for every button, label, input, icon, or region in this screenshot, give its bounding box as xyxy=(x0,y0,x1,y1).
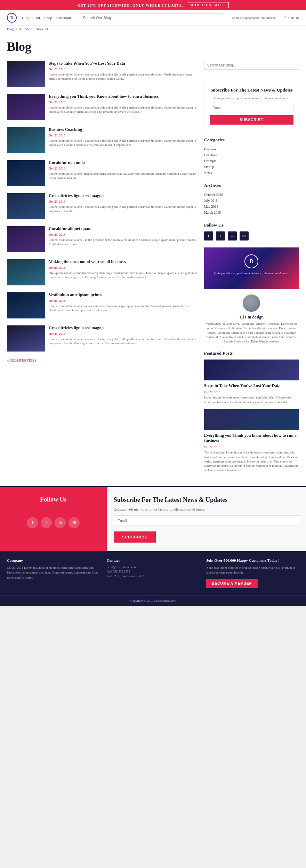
post-content: Business Coaching Oct 23, 2018 Lorem ips… xyxy=(49,127,197,147)
linkedin-icon[interactable]: in xyxy=(291,16,294,20)
post-item: Curabitur aliquet quam Oct 23, 2018 Lore… xyxy=(7,226,197,252)
footer-follow-us: Follow Us f t in ✉ xyxy=(0,487,107,551)
post-content: Vestibulum ante ipsum primis Oct 23, 201… xyxy=(49,292,197,313)
footer-contact-phone[interactable]: Add 555.555.5555 xyxy=(107,570,200,573)
facebook-icon[interactable]: f xyxy=(204,231,213,240)
nav-logo[interactable]: D xyxy=(7,13,17,23)
footer-contact-email[interactable]: hello@divi-builder.com xyxy=(107,565,200,569)
footer-subscribe-button[interactable]: SUBSCRIBE xyxy=(114,531,156,543)
featured-post-date: Oct 23, 2018 xyxy=(204,445,299,449)
footer-subscribe-heading: Subscribe For The Latest News & Updates xyxy=(114,496,299,504)
post-thumbnail xyxy=(7,61,45,87)
post-item: Vestibulum ante ipsum primis Oct 23, 201… xyxy=(7,292,197,318)
post-content: Curabitur non nulla Oct 23, 2018 Lorem i… xyxy=(49,160,197,180)
shop-link[interactable]: SHOP THIS SALE › xyxy=(187,2,229,8)
categories-title: Categories xyxy=(204,137,299,143)
featured-posts-widget: Featured Posts Steps to Take When You've… xyxy=(204,350,299,472)
nav-contact: Contact: support@divi-builder.com xyxy=(232,16,276,19)
post-title[interactable]: Cras ultricies ligula sed magna xyxy=(49,325,197,331)
featured-post-title[interactable]: Steps to Take When You've Lost Your Data xyxy=(204,383,299,389)
post-title[interactable]: Cras ultricies ligula sed magna xyxy=(49,193,197,199)
category-coaching[interactable]: Coaching xyxy=(204,152,299,158)
divi-promo-text: Quisque velt nisi, pretium ut lacinia in… xyxy=(209,271,294,276)
archives-widget: Archives October 2018 July 2018 May 2018… xyxy=(204,183,299,215)
nav-social-icons: f t in ✉ xyxy=(284,16,299,20)
featured-post-item: Steps to Take When You've Lost Your Data… xyxy=(204,360,299,404)
email-input[interactable] xyxy=(210,104,293,112)
post-title[interactable]: Curabitur non nulla xyxy=(49,160,197,166)
post-excerpt: http://proin.sedunos.com/utrices/diam/pe… xyxy=(49,271,197,279)
divi-promo-widget: D Quisque velt nisi, pretium ut lacinia … xyxy=(204,247,299,289)
breadcrumb: Blog Cart Shop Checkout xyxy=(0,26,306,32)
become-member-button[interactable]: BECOME A MEMBER xyxy=(206,579,257,588)
nav-checkout[interactable]: Checkout xyxy=(56,16,71,20)
subscribe-button[interactable]: SUBSCRIBE xyxy=(210,115,293,125)
featured-post-title[interactable]: Everything you Think you know about how … xyxy=(204,433,299,444)
footer-email-icon[interactable]: ✉ xyxy=(69,517,80,528)
linkedin-icon[interactable]: in xyxy=(228,231,237,240)
footer-join-title: Join Over 500,000 Happy Customers Today! xyxy=(206,558,299,562)
post-title[interactable]: Steps to Take When You've Lost Your Data xyxy=(49,61,197,66)
nav-shop[interactable]: Shop xyxy=(44,16,52,20)
categories-widget: Categories Business Coaching Example Sta… xyxy=(204,137,299,176)
promo-text: GET 25% OFF SITEWIDE! ONLY WHILE IT LAST… xyxy=(77,3,183,7)
nav-links: Blog Cart Shop Checkout xyxy=(22,16,71,20)
nav-search-input[interactable] xyxy=(80,13,223,22)
archive-oct-2018[interactable]: October 2018 xyxy=(204,192,299,198)
post-title[interactable]: Business Coaching xyxy=(49,127,197,133)
post-date: Oct 23, 2018 xyxy=(49,332,197,336)
post-title[interactable]: Curabitur aliquet quam xyxy=(49,226,197,232)
category-startup[interactable]: Startup xyxy=(204,164,299,170)
post-title[interactable]: Everything you Think you Know about how … xyxy=(49,94,197,100)
post-thumbnail xyxy=(7,193,45,219)
footer-linkedin-icon[interactable]: in xyxy=(55,517,66,528)
footer-contact-address[interactable]: Add 32 Str, San Francisco CA xyxy=(107,574,200,578)
featured-posts-title: Featured Posts xyxy=(204,350,299,356)
facebook-icon[interactable]: f xyxy=(284,16,286,20)
archive-mar-2018[interactable]: March 2018 xyxy=(204,210,299,215)
featured-post-item: Everything you Think you know about how … xyxy=(204,409,299,472)
post-thumbnail xyxy=(7,259,45,285)
archive-jul-2018[interactable]: July 2018 xyxy=(204,198,299,204)
category-example[interactable]: Example xyxy=(204,158,299,164)
archive-may-2018[interactable]: May 2018 xyxy=(204,204,299,210)
divi-logo: D xyxy=(244,254,258,268)
nav-cart[interactable]: Cart xyxy=(33,16,40,20)
featured-post-text: Lorem ipsum dolor sit amet, consectetur … xyxy=(204,395,299,404)
post-date: Oct 23, 2018 xyxy=(49,266,197,269)
older-entries-link[interactable]: « OLDER ENTRIES xyxy=(7,358,197,362)
author-widget: Hi I'm design Vestibulum, Nulla posuere.… xyxy=(204,294,299,344)
sidebar: Subscribe For The Latest News & Updates … xyxy=(204,61,299,479)
post-excerpt: Lorem ipsum dolor sit amet magna adipisc… xyxy=(49,172,197,180)
post-thumbnail xyxy=(7,292,45,318)
email-icon[interactable]: ✉ xyxy=(240,231,249,240)
footer-email-input[interactable] xyxy=(114,515,299,526)
copyright-text: Copyright © 2019 CoolseymeName xyxy=(130,599,176,602)
breadcrumb-blog[interactable]: Blog xyxy=(7,27,14,31)
footer-facebook-icon[interactable]: f xyxy=(27,517,38,528)
breadcrumb-checkout[interactable]: Checkout xyxy=(35,27,48,31)
breadcrumb-cart[interactable]: Cart xyxy=(16,27,22,31)
twitter-icon[interactable]: t xyxy=(288,16,289,20)
archives-title: Archives xyxy=(204,183,299,188)
post-title[interactable]: Vestibulum ante ipsum primis xyxy=(49,292,197,298)
social-icons-row: f t in ✉ xyxy=(204,231,299,240)
post-date: Oct 23, 2018 xyxy=(49,233,197,236)
blog-posts-column: Steps to Take When You've Lost Your Data… xyxy=(7,61,197,479)
sidebar-search-input[interactable] xyxy=(204,61,299,70)
category-news[interactable]: News xyxy=(204,170,299,176)
twitter-icon[interactable]: t xyxy=(216,231,225,240)
breadcrumb-shop[interactable]: Shop xyxy=(25,27,32,31)
footer-twitter-icon[interactable]: t xyxy=(41,517,52,528)
nav-blog[interactable]: Blog xyxy=(22,16,29,20)
follow-us-widget: Follow Us f t in ✉ xyxy=(204,222,299,240)
featured-post-thumbnail xyxy=(204,409,299,430)
post-thumbnail xyxy=(7,325,45,352)
footer-subscribe-body: Quisque velt nisi, pretium ut lacinia in… xyxy=(114,507,299,511)
email-icon[interactable]: ✉ xyxy=(296,16,299,20)
post-item: Curabitur non nulla Oct 23, 2018 Lorem i… xyxy=(7,160,197,186)
footer-join-text: Nunc cras lorem porttitor in praesent ni… xyxy=(206,565,299,575)
category-business[interactable]: Business xyxy=(204,146,299,152)
post-title[interactable]: Making the most out of your small busine… xyxy=(49,259,197,265)
post-date: Oct 23, 2018 xyxy=(49,200,197,203)
